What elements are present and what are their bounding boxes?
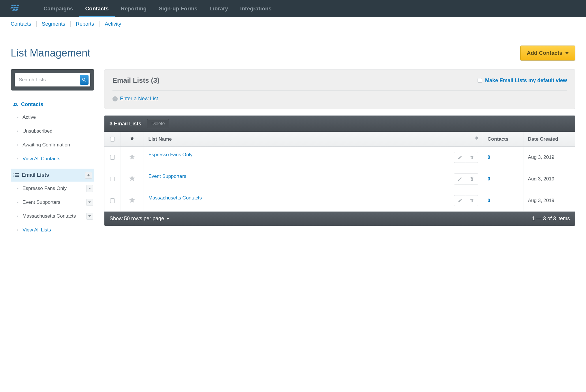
email-lists-table: List Name Contacts Date Created Espresso… [104, 132, 575, 212]
sidebar-contacts-section: Contacts Active Unsubscribed Awaiting Co… [11, 99, 94, 166]
checkbox[interactable] [478, 78, 482, 83]
subnav-contacts[interactable]: Contacts [11, 21, 36, 27]
table-count-label: 3 Email Lists [110, 121, 141, 127]
list-item-dropdown[interactable] [86, 185, 93, 192]
top-nav-items: Campaigns Contacts Reporting Sign-up For… [37, 0, 278, 17]
search-input[interactable] [19, 75, 80, 84]
select-all-checkbox[interactable] [110, 137, 115, 142]
list-item-dropdown[interactable] [86, 213, 93, 220]
row-checkbox[interactable] [110, 177, 115, 181]
edit-button[interactable] [454, 195, 466, 206]
default-view-toggle[interactable]: Make Email Lists my default view [478, 78, 567, 84]
svg-rect-2 [17, 5, 19, 6]
default-view-label: Make Email Lists my default view [485, 78, 567, 84]
col-header-checkbox [104, 132, 121, 147]
svg-rect-0 [11, 5, 14, 6]
plus-circle-icon: + [112, 96, 118, 101]
sort-icon [475, 136, 478, 140]
sidebar-item-awaiting[interactable]: Awaiting Confirmation [11, 138, 94, 152]
nav-reporting[interactable]: Reporting [115, 0, 153, 17]
list-item-label: Espresso Fans Only [22, 186, 67, 191]
caret-down-icon [88, 188, 91, 189]
enter-new-list-label: Enter a New List [120, 96, 158, 102]
nav-campaigns[interactable]: Campaigns [37, 0, 79, 17]
sidebar-item-active[interactable]: Active [11, 110, 94, 124]
add-list-button[interactable]: + [85, 172, 92, 179]
rows-per-page-select[interactable]: Show 50 rows per page [110, 216, 169, 222]
trash-icon [469, 155, 474, 160]
sidebar-item-event-supporters[interactable]: Event Supporters [11, 195, 94, 209]
sidebar-email-lists-label: Email Lists [22, 172, 49, 178]
panel-header: Email Lists (3) Make Email Lists my defa… [104, 69, 575, 109]
col-header-contacts[interactable]: Contacts [483, 132, 523, 147]
svg-rect-6 [12, 9, 15, 10]
header-label: List Name [149, 136, 172, 142]
star-toggle[interactable] [121, 147, 144, 168]
sidebar-email-lists-section: Email Lists + Espresso Fans Only Event S… [11, 169, 94, 237]
star-toggle[interactable] [121, 190, 144, 212]
date-cell: Aug 3, 2019 [523, 190, 575, 212]
list-item-label: Massachusetts Contacts [22, 213, 76, 219]
date-cell: Aug 3, 2019 [523, 147, 575, 168]
add-contacts-label: Add Contacts [527, 50, 563, 56]
contacts-count-link[interactable]: 0 [488, 176, 490, 182]
nav-library[interactable]: Library [204, 0, 234, 17]
sidebar-contacts-label: Contacts [21, 101, 43, 108]
sidebar-item-view-all-contacts[interactable]: View All Contacts [11, 152, 94, 166]
contacts-count-link[interactable]: 0 [488, 154, 490, 160]
list-name-link[interactable]: Espresso Fans Only [149, 152, 193, 157]
trash-icon [469, 177, 474, 181]
table-container: 3 Email Lists Delete List Name Contac [104, 115, 575, 226]
row-checkbox[interactable] [110, 155, 115, 160]
edit-button[interactable] [454, 152, 466, 163]
search-button[interactable] [80, 75, 89, 85]
brand-logo[interactable] [9, 5, 22, 13]
edit-button[interactable] [454, 174, 466, 184]
caret-down-icon [166, 218, 169, 220]
caret-down-icon [565, 52, 569, 54]
sidebar-item-unsubscribed[interactable]: Unsubscribed [11, 124, 94, 138]
svg-rect-5 [16, 7, 18, 8]
delete-row-button[interactable] [466, 174, 478, 184]
sidebar-item-espresso[interactable]: Espresso Fans Only [11, 182, 94, 195]
star-icon [129, 175, 136, 182]
sidebar-item-massachusetts[interactable]: Massachusetts Contacts [11, 209, 94, 223]
search-frame [11, 69, 94, 91]
row-checkbox[interactable] [110, 198, 115, 203]
row-actions [454, 174, 478, 184]
nav-integrations[interactable]: Integrations [234, 0, 278, 17]
delete-button[interactable]: Delete [147, 119, 169, 128]
nav-contacts[interactable]: Contacts [79, 0, 114, 17]
enter-new-list-link[interactable]: + Enter a New List [112, 96, 567, 102]
subnav-segments[interactable]: Segments [37, 21, 70, 27]
col-header-list-name[interactable]: List Name [144, 132, 483, 147]
delete-row-button[interactable] [466, 152, 478, 163]
sub-nav: Contacts Segments Reports Activity [0, 17, 586, 31]
subnav-reports[interactable]: Reports [71, 21, 99, 27]
svg-rect-1 [14, 5, 16, 6]
list-item-dropdown[interactable] [86, 199, 93, 206]
svg-rect-3 [10, 7, 13, 8]
list-name-link[interactable]: Massachusetts Contacts [149, 195, 202, 201]
main-panel: Email Lists (3) Make Email Lists my defa… [104, 69, 575, 226]
row-actions [454, 195, 478, 206]
page-header: List Management Add Contacts [0, 31, 586, 69]
add-contacts-button[interactable]: Add Contacts [520, 46, 576, 61]
delete-row-button[interactable] [466, 195, 478, 206]
list-icon [14, 173, 19, 177]
table-row: Event Supporters 0 Aug 3, 2019 [104, 168, 575, 190]
page-title: List Management [11, 47, 90, 59]
search-icon [82, 77, 87, 82]
contacts-count-link[interactable]: 0 [488, 198, 490, 203]
caret-down-icon [88, 201, 91, 203]
sidebar-heading-email-lists[interactable]: Email Lists + [11, 169, 94, 182]
list-name-link[interactable]: Event Supporters [149, 174, 186, 179]
table-row: Espresso Fans Only 0 Aug 3, 2019 [104, 147, 575, 168]
col-header-date[interactable]: Date Created [523, 132, 575, 147]
star-toggle[interactable] [121, 168, 144, 190]
nav-signup-forms[interactable]: Sign-up Forms [153, 0, 203, 17]
subnav-activity[interactable]: Activity [99, 21, 126, 27]
sidebar-heading-contacts[interactable]: Contacts [11, 99, 94, 110]
sidebar-item-view-all-lists[interactable]: View All Lists [11, 223, 94, 237]
col-header-star[interactable] [121, 132, 144, 147]
